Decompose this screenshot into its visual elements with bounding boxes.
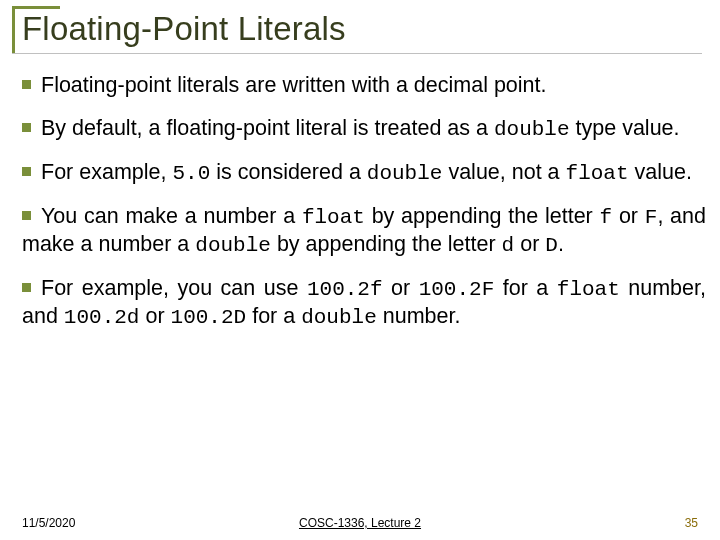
text: or (139, 304, 170, 328)
text: for a (246, 304, 301, 328)
bullet-1-text: Floating-point literals are written with… (41, 73, 546, 97)
code-double: double (367, 162, 443, 185)
code-float: float (557, 278, 620, 301)
text: for a (494, 276, 557, 300)
text: or (612, 204, 645, 228)
text: or (383, 276, 419, 300)
text: value. (629, 160, 692, 184)
text: by appending the letter (271, 232, 502, 256)
code-d: d (502, 234, 515, 257)
code-literal: 100.2D (171, 306, 247, 329)
footer-date: 11/5/2020 (22, 516, 75, 530)
bullet-icon (22, 123, 31, 132)
bullet-4: You can make a number a float by appendi… (22, 203, 706, 259)
code-literal: 100.2d (64, 306, 140, 329)
bullet-icon (22, 283, 31, 292)
bullet-icon (22, 167, 31, 176)
code-double: double (494, 118, 570, 141)
bullet-5: For example, you can use 100.2f or 100.2… (22, 275, 706, 331)
bullet-icon (22, 80, 31, 89)
text: number. (377, 304, 461, 328)
bullet-2: By default, a floating-point literal is … (22, 115, 706, 143)
footer-page-number: 35 (685, 516, 698, 530)
title-container: Floating-Point Literals (0, 0, 720, 54)
code-literal: 5.0 (172, 162, 210, 185)
code-float: float (566, 162, 629, 185)
text: . (558, 232, 564, 256)
text: You can make a number a (41, 204, 302, 228)
text: or (514, 232, 545, 256)
code-literal: 100.2f (307, 278, 383, 301)
code-literal: 100.2F (419, 278, 495, 301)
bullet-3: For example, 5.0 is considered a double … (22, 159, 706, 187)
text: By default, a floating-point literal is … (41, 116, 494, 140)
text: For example, (41, 160, 172, 184)
text: by appending the letter (365, 204, 600, 228)
slide-title: Floating-Point Literals (22, 10, 720, 48)
bullet-1: Floating-point literals are written with… (22, 72, 706, 99)
footer-course: COSC-1336, Lecture 2 (299, 516, 421, 530)
code-F: F (645, 206, 658, 229)
text: value, not a (442, 160, 565, 184)
text: is considered a (210, 160, 367, 184)
code-D: D (545, 234, 558, 257)
code-f: f (600, 206, 613, 229)
title-underline (12, 53, 702, 54)
text: For example, you can use (41, 276, 307, 300)
text: type value. (570, 116, 680, 140)
code-float: float (302, 206, 365, 229)
slide-content: Floating-point literals are written with… (0, 72, 720, 331)
code-double: double (301, 306, 377, 329)
code-double: double (195, 234, 271, 257)
bullet-icon (22, 211, 31, 220)
